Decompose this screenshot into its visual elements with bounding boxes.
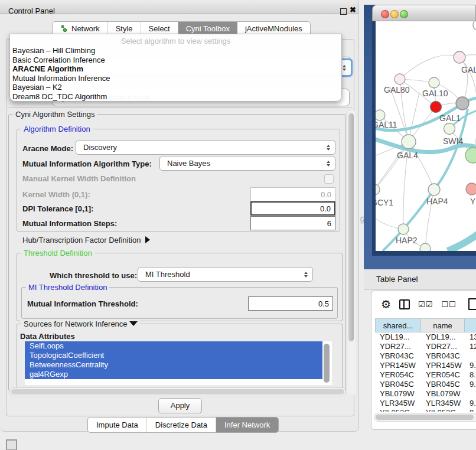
bottom-tab-bar: Impute DataDiscretize DataInfer Network	[87, 417, 279, 433]
table-cell: 12	[465, 342, 476, 351]
attribute-item[interactable]: gal4RGexp	[25, 370, 322, 379]
table-cell: YDL19...	[421, 332, 465, 342]
network-node-gal1[interactable]	[456, 97, 469, 110]
stepper-arrows-icon	[304, 272, 308, 278]
aracne-mode-value: Discovery	[83, 143, 117, 152]
table-cell: 9.	[465, 380, 476, 389]
dropdown-item[interactable]: Basic Correlation Inference	[10, 56, 341, 65]
table-row[interactable]: YBR045CYBR045C9.	[375, 380, 476, 389]
network-view[interactable]: GALGAL80GAL10GAL1GAL11SWI4GAL4GCY1HAP4YH…	[376, 21, 476, 251]
table-row[interactable]: YPR145WYPR145W9.	[375, 361, 476, 370]
attribute-item[interactable]: SelfLoops	[25, 341, 322, 351]
minimize-traffic-light-icon[interactable]	[390, 10, 399, 18]
mi-steps-field[interactable]: 6	[250, 216, 335, 230]
data-attributes-list[interactable]: SelfLoopsTopologicalCoefficientBetweenne…	[25, 341, 332, 385]
close-window-icon[interactable]: ✖	[350, 5, 356, 14]
document-icon[interactable]	[468, 298, 476, 310]
table-header: shared...nameA	[375, 318, 476, 332]
horizontal-scrollbar[interactable]	[9, 387, 346, 396]
gear-icon[interactable]: ⚙	[381, 299, 391, 310]
which-threshold-combobox[interactable]: MI Threshold	[138, 267, 313, 282]
float-window-icon[interactable]	[340, 8, 347, 15]
node-label: GCY1	[376, 198, 393, 207]
table-cell: YIL052C	[375, 408, 421, 412]
select-none-icon[interactable]: ☐☐	[441, 300, 456, 309]
table-row[interactable]: YLR345WYLR345W9.	[375, 399, 476, 408]
table-cell: YLR345W	[375, 399, 421, 408]
column-header[interactable]: A	[465, 318, 476, 332]
network-icon	[60, 25, 68, 32]
dpi-tolerance-label: DPI Tolerance [0,1]:	[22, 204, 93, 213]
network-node-gal11[interactable]	[376, 110, 385, 120]
table-cell: YER054C	[421, 370, 465, 380]
sources-toggle[interactable]: Sources for Network Inference	[21, 319, 140, 328]
kernel-width-field[interactable]: 0.0	[250, 187, 335, 201]
algorithm-dropdown-popup: Select algorithm to view settings Bayesi…	[9, 34, 342, 102]
node-label: GAL80	[384, 85, 410, 94]
docked-panel-icon[interactable]	[6, 439, 17, 450]
attributes-scrollbar[interactable]	[324, 344, 330, 383]
dropdown-item[interactable]: ARACNE Algorithm	[10, 64, 341, 74]
dropdown-prompt: Select algorithm to view settings	[10, 34, 341, 46]
table-row[interactable]: YDL19...YDL19...13	[375, 332, 476, 342]
table-cell: YLR345W	[421, 399, 465, 408]
network-node-hap2[interactable]	[398, 224, 409, 234]
network-node-gal10[interactable]	[429, 77, 439, 88]
tab-impute-data[interactable]: Impute Data	[88, 418, 147, 432]
dropdown-item[interactable]: Bayesian – Hill Climbing	[10, 46, 341, 56]
select-all-icon[interactable]: ☑☑	[418, 300, 433, 309]
attribute-item[interactable]: BetweennessCentrality	[25, 360, 322, 370]
node-label: Y	[470, 197, 476, 206]
network-node-swi4[interactable]	[444, 123, 455, 135]
dropdown-item[interactable]: Dream8 DC_TDC Algorithm	[10, 92, 341, 102]
hub-section-toggle[interactable]: Hub/Transcription Factor Definition	[22, 236, 150, 244]
apply-button[interactable]: Apply	[158, 398, 202, 413]
split-columns-icon[interactable]	[399, 299, 410, 309]
table-row[interactable]: YBL079WYBL079W	[375, 389, 476, 399]
aracne-mode-label: Aracne Mode:	[22, 144, 73, 153]
table-row[interactable]: YIL052CYIL052C9.	[375, 408, 476, 412]
table-row[interactable]: YER054CYER054C8.	[375, 370, 476, 380]
expand-right-icon[interactable]	[145, 236, 150, 243]
network-node-y[interactable]	[466, 183, 476, 195]
attribute-item[interactable]: TopologicalCoefficient	[25, 351, 322, 360]
mi-type-value: Naive Bayes	[167, 159, 210, 168]
aracne-mode-combobox[interactable]: Discovery	[76, 140, 335, 155]
vertical-scrollbar[interactable]	[347, 111, 356, 394]
network-node[interactable]	[465, 148, 476, 163]
table-cell: YDR27...	[375, 342, 421, 351]
node-label: GAL4	[397, 151, 418, 160]
column-header[interactable]: shared...	[375, 318, 421, 332]
zoom-traffic-light-icon[interactable]	[400, 10, 408, 18]
mi-threshold-field[interactable]: 0.5	[248, 296, 333, 311]
dropdown-item[interactable]: Mutual Information Inference	[10, 74, 341, 83]
column-header[interactable]: name	[421, 318, 465, 332]
table-horizontal-scrollbar[interactable]	[374, 413, 476, 422]
network-node-gal80[interactable]	[395, 74, 405, 84]
network-node-gal[interactable]	[454, 51, 465, 63]
network-window-titlebar[interactable]	[372, 5, 476, 21]
collapse-down-icon[interactable]	[129, 321, 138, 326]
tab-discretize-data[interactable]: Discretize Data	[147, 418, 216, 432]
close-traffic-light-icon[interactable]	[381, 10, 389, 18]
manual-kernel-checkbox[interactable]	[324, 174, 334, 184]
network-node[interactable]	[431, 102, 442, 113]
manual-kernel-label: Manual Kernel Width Definition	[22, 174, 136, 183]
node-label: HAP2	[396, 236, 418, 245]
table-cell: 9.	[465, 361, 476, 370]
network-node-hap4[interactable]	[428, 184, 440, 195]
node-label: HAP4	[426, 197, 448, 206]
network-node[interactable]	[420, 243, 431, 251]
table-row[interactable]: YDR27...YDR27...12	[375, 342, 476, 351]
mi-type-combobox[interactable]: Naive Bayes	[159, 156, 335, 171]
table-cell: YBL079W	[375, 389, 421, 399]
network-node[interactable]	[473, 21, 476, 31]
tab-infer-network[interactable]: Infer Network	[216, 418, 278, 432]
dropdown-item[interactable]: Bayesian – K2	[10, 83, 341, 92]
dpi-tolerance-field[interactable]: 0.0	[250, 201, 335, 216]
network-node-gcy1[interactable]	[376, 184, 380, 195]
network-node-gal4[interactable]	[402, 135, 416, 149]
mi-type-label: Mutual Information Algorithm Type:	[22, 159, 152, 168]
table-row[interactable]: YBR043CYBR043C	[375, 351, 476, 361]
node-label: GAL1	[439, 113, 461, 123]
